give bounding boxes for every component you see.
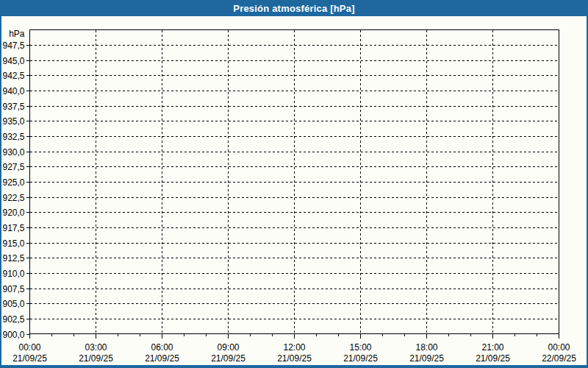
chart-title: Presión atmosférica [hPa] <box>233 3 354 14</box>
chart-content-background <box>1 16 587 365</box>
pressure-chart-panel: Presión atmosférica [hPa] 947,5945,0942,… <box>0 0 588 368</box>
chart-title-bar: Presión atmosférica [hPa] <box>0 0 588 16</box>
